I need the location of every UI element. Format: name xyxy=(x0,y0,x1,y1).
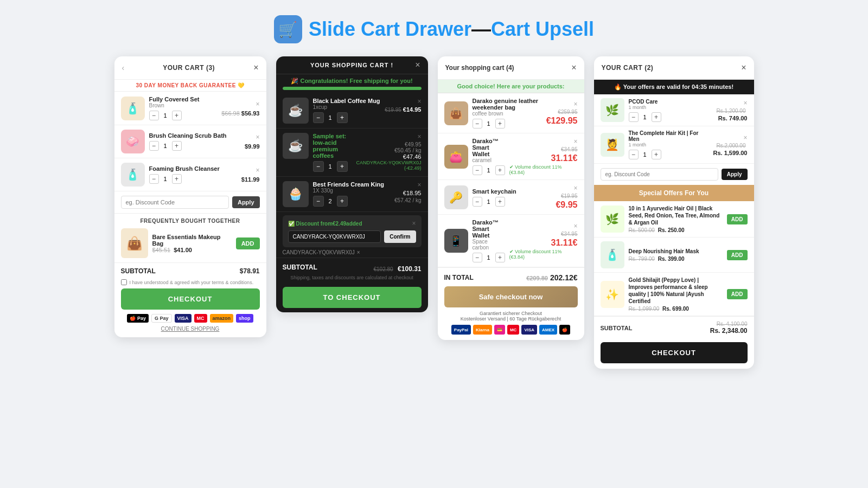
qty-decrease-btn[interactable]: − xyxy=(149,141,159,151)
qty-increase-btn[interactable]: + xyxy=(337,196,348,207)
qty-decrease-btn[interactable]: − xyxy=(629,112,639,122)
qty-value: 1 xyxy=(484,120,493,127)
item-qty-row: − 1 + xyxy=(629,150,709,159)
item-qty-row: − 1 + xyxy=(473,119,542,129)
discount-row: Apply xyxy=(114,191,266,213)
offer-info: Gold Shilajit (Peppy Love) | Improves pe… xyxy=(629,277,723,312)
qty-increase-btn[interactable]: + xyxy=(337,112,348,123)
item-remove-icon[interactable]: × xyxy=(417,98,421,105)
apply-discount-btn[interactable]: Apply xyxy=(232,196,260,208)
qty-decrease-btn[interactable]: − xyxy=(473,197,482,207)
terms-checkbox[interactable] xyxy=(121,279,127,285)
qty-increase-btn[interactable]: + xyxy=(495,253,505,262)
item-remove-icon[interactable]: × xyxy=(573,184,577,192)
add-to-cart-btn[interactable]: ADD xyxy=(236,237,260,249)
subtotal-value: €100.31 xyxy=(398,265,421,273)
qty-increase-btn[interactable]: + xyxy=(495,165,505,175)
offer-add-btn[interactable]: ADD xyxy=(727,250,748,260)
subtotal-row: SUBTOTAL $78.91 xyxy=(114,262,266,279)
qty-decrease-btn[interactable]: − xyxy=(149,174,159,184)
qty-increase-btn[interactable]: + xyxy=(172,111,182,120)
item-remove-icon[interactable]: × xyxy=(256,133,259,141)
offer-add-btn[interactable]: ADD xyxy=(727,214,748,224)
qty-increase-btn[interactable]: + xyxy=(172,141,182,151)
confirm-code-btn[interactable]: Confirm xyxy=(384,230,416,243)
item-remove-icon[interactable]: × xyxy=(417,133,421,140)
item-image: 💆 xyxy=(601,133,624,157)
item-price: €19.95€14.95 xyxy=(385,106,421,113)
qty-decrease-btn[interactable]: − xyxy=(473,165,482,175)
close-icon[interactable]: × xyxy=(415,60,420,70)
item-name: Black Label Coffee Mug xyxy=(313,98,381,104)
offer-info: 10 in 1 Ayurvedic Hair Oil | Black Seed,… xyxy=(629,205,723,233)
item-remove-icon[interactable]: × xyxy=(573,138,577,145)
freq-item: 👜 Bare Essentials Makeup Bag $45.51 $41.… xyxy=(121,228,260,258)
qty-decrease-btn[interactable]: − xyxy=(313,112,324,123)
qty-increase-btn[interactable]: + xyxy=(652,150,661,159)
discount-badge: ✔ Volume discount 11% (€3.84) xyxy=(509,249,578,260)
apple-pay-icon: 🍎 xyxy=(559,325,570,335)
qty-decrease-btn[interactable]: − xyxy=(629,150,639,159)
checkout-button[interactable]: CHECKOUT xyxy=(121,288,260,310)
paypal-icon: PayPal xyxy=(451,325,471,335)
klarna-icon: Klarna xyxy=(473,325,492,335)
item-remove-icon[interactable]: × xyxy=(256,100,259,108)
offer-name: 10 in 1 Ayurvedic Hair Oil | Black Seed,… xyxy=(629,205,723,226)
in-total-value: €209.80202.12€ xyxy=(526,273,577,282)
checkout-button[interactable]: CHECKOUT xyxy=(601,342,748,363)
safe-checkout-button[interactable]: Safe checkout now xyxy=(444,286,578,307)
close-icon[interactable]: × xyxy=(571,63,576,73)
qty-decrease-btn[interactable]: − xyxy=(149,111,159,120)
cart-item: 📱 Darako™ Smart Wallet Space carbon − 1 … xyxy=(438,215,584,267)
qty-increase-btn[interactable]: + xyxy=(172,174,182,184)
offer-image: ✨ xyxy=(601,281,624,308)
item-price: €49.95 xyxy=(356,142,421,147)
offer-orig-price: Rs. 1,099.00 xyxy=(629,306,660,312)
discount-code-input[interactable] xyxy=(288,230,381,243)
card4-title: YOUR CART (2) xyxy=(602,64,654,72)
offer-item: 🌿 10 in 1 Ayurvedic Hair Oil | Black See… xyxy=(594,201,754,237)
qty-increase-btn[interactable]: + xyxy=(495,197,505,207)
item-remove-icon[interactable]: × xyxy=(417,181,421,189)
qty-decrease-btn[interactable]: − xyxy=(473,119,482,129)
close-icon[interactable]: × xyxy=(741,63,746,73)
qty-value: 1 xyxy=(326,114,335,121)
qty-decrease-btn[interactable]: − xyxy=(473,253,482,262)
discount-input[interactable] xyxy=(601,168,718,181)
continue-shopping-link[interactable]: CONTINUE SHOPPING xyxy=(114,326,266,337)
qty-decrease-btn[interactable]: − xyxy=(313,161,324,172)
item-remove-icon[interactable]: × xyxy=(573,100,577,108)
mastercard-icon: MC xyxy=(507,325,519,335)
apply-discount-btn[interactable]: Apply xyxy=(722,169,748,180)
qty-value: 1 xyxy=(641,114,649,120)
item-name: Sample set: low-acid premium coffees xyxy=(313,133,352,159)
offer-orig-price: Rs. 500.00 xyxy=(629,227,655,233)
item-remove-icon[interactable]: × xyxy=(573,222,577,230)
free-shipping-bar: 🎉 Congratulations! Free shipping for you… xyxy=(276,74,428,93)
item-remove-icon[interactable]: × xyxy=(743,99,747,107)
item-info: Darako™ Smart Wallet Space carbon − 1 + xyxy=(473,219,505,262)
card2-title: YOUR SHOPPING CART ! xyxy=(310,62,393,68)
item-qty-row: − 1 + xyxy=(313,112,381,123)
prev-arrow-icon[interactable]: ‹ xyxy=(122,63,125,72)
offer-add-btn[interactable]: ADD xyxy=(727,289,748,299)
item-qty-row: − 1 + xyxy=(473,165,505,175)
discount-close-icon[interactable]: × xyxy=(412,220,416,227)
item-remove-icon[interactable]: × xyxy=(743,134,747,142)
qty-increase-btn[interactable]: + xyxy=(337,161,348,172)
item-remove-icon[interactable]: × xyxy=(256,166,259,174)
sale-price: €9.95 xyxy=(556,200,577,210)
item-image: 👜 xyxy=(444,101,468,125)
remove-code-icon[interactable]: × xyxy=(357,249,360,255)
qty-increase-btn[interactable]: + xyxy=(652,112,661,122)
discount-input[interactable] xyxy=(121,196,229,209)
checkout-button[interactable]: TO CHECKOUT xyxy=(283,287,422,308)
item-qty-row: − 1 + xyxy=(473,197,552,207)
dark-cart-item: ☕ Black Label Coffee Mug 1xcup − 1 + × €… xyxy=(276,93,428,129)
subtotal-values: Rs. 4,100.00 Rs. 2,348.00 xyxy=(710,321,748,335)
close-icon[interactable]: × xyxy=(253,63,258,73)
qty-increase-btn[interactable]: + xyxy=(495,119,505,129)
qty-decrease-btn[interactable]: − xyxy=(313,196,324,207)
page-header: 🛒 Slide Cart Drawer—Cart Upsell xyxy=(274,15,594,43)
qty-value: 1 xyxy=(484,198,493,205)
